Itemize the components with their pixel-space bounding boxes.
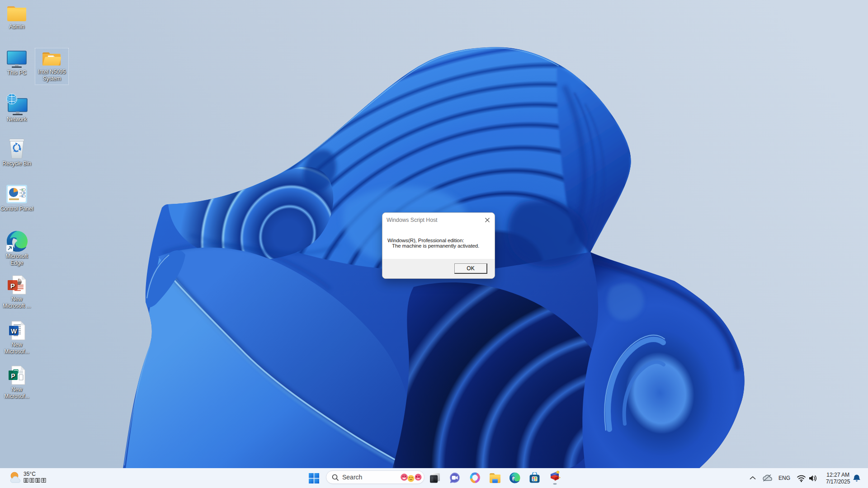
svg-text:W: W bbox=[10, 328, 17, 335]
svg-text:P: P bbox=[10, 282, 15, 290]
svg-text:P: P bbox=[11, 372, 15, 380]
